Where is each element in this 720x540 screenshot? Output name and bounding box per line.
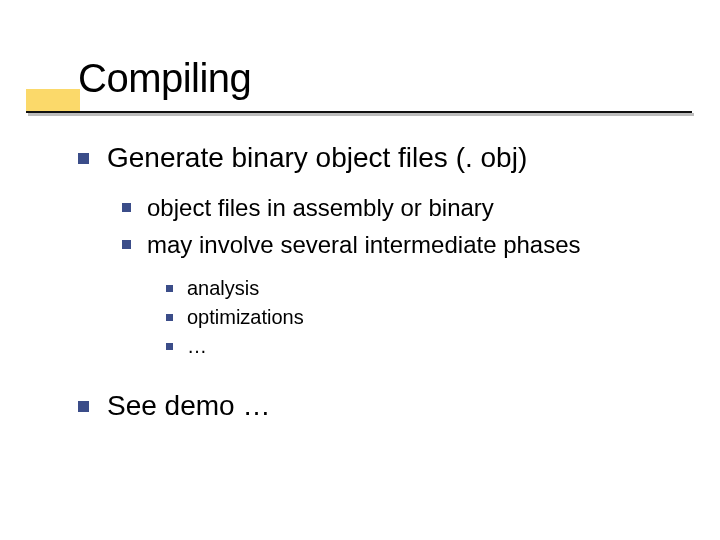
square-bullet-icon xyxy=(122,240,131,249)
bullet-level1: Generate binary object files (. obj) xyxy=(78,140,690,176)
bullet-text: object files in assembly or binary xyxy=(147,192,494,224)
square-bullet-icon xyxy=(166,343,173,350)
bullet-text: … xyxy=(187,333,207,360)
bullet-level1: See demo … xyxy=(78,388,690,424)
level3-group: analysis optimizations … xyxy=(166,275,690,360)
bullet-text: optimizations xyxy=(187,304,304,331)
bullet-text: Generate binary object files (. obj) xyxy=(107,140,527,176)
bullet-level2: object files in assembly or binary xyxy=(122,192,690,224)
bullet-level3: optimizations xyxy=(166,304,690,331)
square-bullet-icon xyxy=(166,285,173,292)
bullet-text: See demo … xyxy=(107,388,270,424)
slide-title: Compiling xyxy=(78,56,251,101)
square-bullet-icon xyxy=(78,401,89,412)
bullet-level3: analysis xyxy=(166,275,690,302)
bullet-text: analysis xyxy=(187,275,259,302)
square-bullet-icon xyxy=(166,314,173,321)
bullet-level2: may involve several intermediate phases xyxy=(122,229,690,261)
square-bullet-icon xyxy=(122,203,131,212)
bullet-text: may involve several intermediate phases xyxy=(147,229,581,261)
bullet-level3: … xyxy=(166,333,690,360)
slide-body: Generate binary object files (. obj) obj… xyxy=(78,140,690,429)
square-bullet-icon xyxy=(78,153,89,164)
level2-group: object files in assembly or binary may i… xyxy=(122,192,690,360)
title-accent-block xyxy=(26,89,80,111)
title-underline-shadow xyxy=(28,113,694,116)
